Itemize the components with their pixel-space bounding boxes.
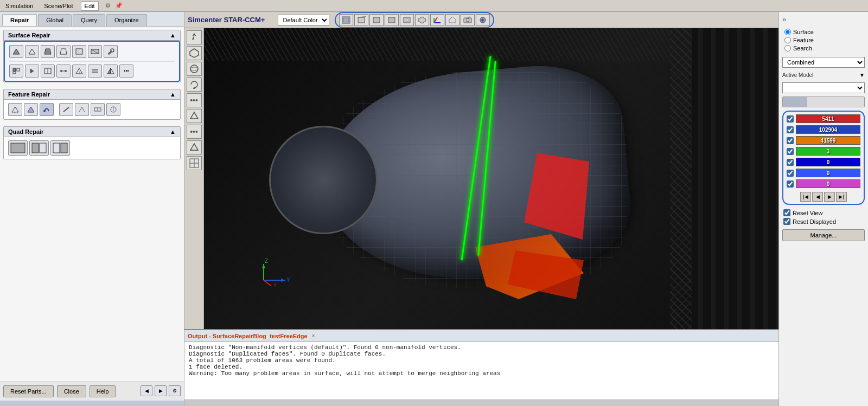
help-button[interactable]: Help <box>90 385 116 397</box>
combined-select[interactable]: Combined Individual All <box>782 57 865 68</box>
tab-repair[interactable]: Repair <box>2 14 37 26</box>
bottom-scrollbar[interactable] <box>184 399 778 406</box>
tool-tri-special[interactable] <box>88 45 102 58</box>
radio-surface[interactable] <box>784 29 791 35</box>
color-select[interactable]: Default Color <box>278 15 329 25</box>
diag-check-1[interactable] <box>787 126 794 133</box>
pin-icon[interactable]: 📌 <box>115 2 123 9</box>
nav-forward-icon[interactable]: ▶ <box>155 385 167 396</box>
tool-arrow-right[interactable] <box>25 65 39 78</box>
menu-edit[interactable]: Edit <box>81 1 99 11</box>
quad-repair-header: Quad Repair ▲ <box>4 127 180 137</box>
view-right[interactable] <box>369 14 384 26</box>
app-title: Simcenter STAR-CCM+ <box>188 16 265 24</box>
tab-organize[interactable]: Organize <box>106 14 147 26</box>
diag-check-6[interactable] <box>787 181 794 188</box>
diagnostics-group: 5411 102904 41599 3 0 0 <box>782 111 865 205</box>
output-tab-label[interactable]: Output - SurfaceRepairBlog_testFreeEdge <box>188 333 308 339</box>
main-layout: Repair Global Query Organize Surface Rep… <box>0 12 868 406</box>
reset-displayed-checkbox[interactable] <box>783 218 790 225</box>
player-last-button[interactable]: ▶| <box>836 192 847 202</box>
diagnostic-slider[interactable] <box>782 96 865 107</box>
view-top[interactable] <box>339 14 353 26</box>
feat-tool-3[interactable] <box>40 103 54 116</box>
vert-btn-iso[interactable] <box>187 46 202 60</box>
vert-btn-move[interactable] <box>187 30 202 44</box>
feat-tool-2[interactable] <box>24 103 38 116</box>
tool-tri-fill[interactable] <box>9 45 23 58</box>
close-button[interactable]: Close <box>57 385 86 397</box>
nav-back-icon[interactable]: ◀ <box>141 385 152 396</box>
reset-view-checkbox[interactable] <box>783 209 790 216</box>
vert-btn-dots1[interactable]: ••• <box>187 93 202 107</box>
feature-repair-collapse[interactable]: ▲ <box>170 91 176 98</box>
quad-tool-2[interactable] <box>29 140 49 156</box>
diag-check-3[interactable] <box>787 148 794 155</box>
surface-repair-collapse[interactable]: ▲ <box>170 32 176 38</box>
menu-scene-plot[interactable]: Scene/Plot <box>41 2 76 10</box>
output-tab-close[interactable]: × <box>312 333 315 339</box>
vert-btn-sphere[interactable] <box>187 62 202 76</box>
settings-icon[interactable]: ⚙ <box>105 2 111 9</box>
view-front[interactable] <box>354 14 368 26</box>
view-back[interactable] <box>385 14 399 26</box>
quad-repair-collapse[interactable]: ▲ <box>170 128 176 135</box>
active-model-select[interactable] <box>782 82 865 93</box>
player-prev-button[interactable]: ◀ <box>812 192 823 202</box>
slider-fill <box>783 97 807 107</box>
radio-search[interactable] <box>784 45 791 51</box>
diag-check-0[interactable] <box>787 115 794 123</box>
active-model-expand-icon[interactable]: ▼ <box>859 72 865 78</box>
view-camera[interactable] <box>461 14 475 26</box>
tool-tri-fill3[interactable] <box>41 45 55 58</box>
svg-rect-41 <box>358 17 365 23</box>
view-axes2[interactable] <box>445 14 459 26</box>
scene-background[interactable]: Z Y X <box>204 28 778 329</box>
tool-nodes[interactable] <box>56 65 71 78</box>
feat-tool-6[interactable] <box>91 103 105 116</box>
settings-cog-icon[interactable]: ⚙ <box>169 385 181 396</box>
view-more[interactable] <box>476 14 490 26</box>
feat-tool-7[interactable] <box>106 103 120 116</box>
vert-btn-rotate[interactable] <box>187 78 202 92</box>
feat-tool-separator <box>55 103 58 116</box>
view-bottom[interactable] <box>400 14 414 26</box>
vert-btn-tri2[interactable] <box>187 140 202 154</box>
tool-split[interactable] <box>72 65 86 78</box>
diag-check-5[interactable] <box>787 170 794 177</box>
reset-parts-button[interactable]: Reset Parts... <box>3 385 54 397</box>
feat-tool-4[interactable] <box>59 103 73 116</box>
left-panel-scrollbar[interactable] <box>0 401 184 406</box>
tool-more[interactable]: ••• <box>119 65 133 78</box>
manage-button[interactable]: Manage... <box>782 229 865 241</box>
feat-tool-1[interactable] <box>8 103 22 116</box>
view-iso[interactable] <box>415 14 429 26</box>
player-first-button[interactable]: |◀ <box>800 192 811 202</box>
vert-btn-dots2[interactable]: ••• <box>187 125 202 139</box>
right-struts <box>692 28 778 329</box>
tool-tri-hatch[interactable] <box>72 45 86 58</box>
quad-tool-3[interactable] <box>50 140 70 156</box>
quad-tool-1[interactable] <box>8 140 28 156</box>
tool-align[interactable] <box>88 65 102 78</box>
diag-check-2[interactable] <box>787 137 794 144</box>
tool-tri-fill4[interactable] <box>56 45 71 58</box>
tab-global[interactable]: Global <box>38 14 72 26</box>
view-axes1[interactable] <box>430 14 444 26</box>
tool-mirror[interactable] <box>104 65 118 78</box>
tool-grid[interactable] <box>9 65 23 78</box>
tab-query[interactable]: Query <box>73 14 105 26</box>
surface-repair-section: Surface Repair ▲ <box>3 30 181 82</box>
diag-check-4[interactable] <box>787 159 794 166</box>
double-arrow-icon[interactable]: » <box>782 15 786 23</box>
tool-grid2[interactable] <box>41 65 55 78</box>
tool-wrench[interactable] <box>104 45 118 58</box>
menu-simulation[interactable]: Simulation <box>2 2 36 10</box>
radio-feature[interactable] <box>784 37 791 43</box>
tool-tri-fill2[interactable] <box>25 45 39 58</box>
svg-marker-27 <box>28 107 34 112</box>
feat-tool-5[interactable] <box>75 103 89 116</box>
vert-btn-mesh[interactable] <box>187 156 202 170</box>
player-next-button[interactable]: ▶ <box>824 192 835 202</box>
vert-btn-triangle[interactable] <box>187 109 202 123</box>
